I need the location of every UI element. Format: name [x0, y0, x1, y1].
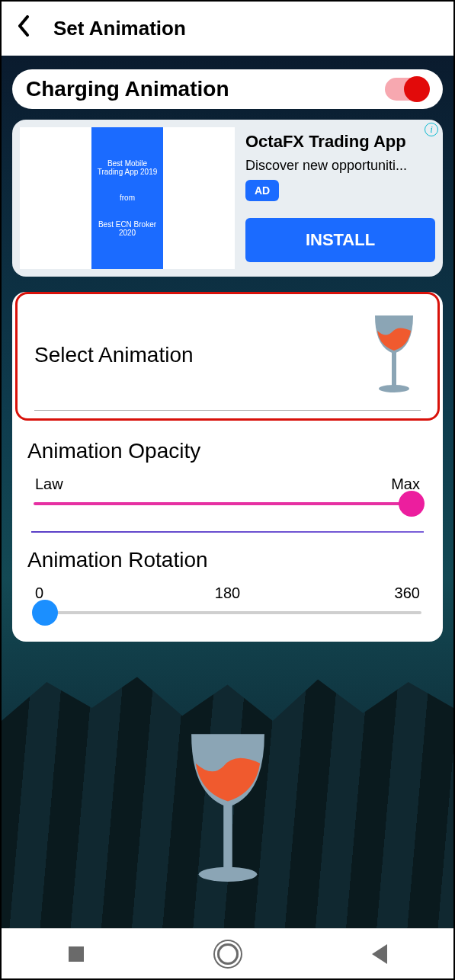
main-content: Charging Animation i Best Mobile Trading… [2, 56, 453, 928]
rotation-label-0: 0 [35, 584, 163, 602]
ad-image: Best Mobile Trading App 2019 from Best E… [20, 127, 235, 269]
svg-point-3 [198, 867, 257, 882]
app-header: Set Animation [2, 2, 453, 56]
opacity-labels: Law Max [27, 476, 428, 493]
rotation-title: Animation Rotation [27, 548, 428, 572]
back-nav-icon[interactable] [372, 944, 387, 964]
select-animation-highlight: Select Animation [15, 292, 440, 421]
opacity-high-label: Max [391, 476, 420, 493]
svg-rect-2 [223, 804, 232, 868]
ad-banner-text: from [96, 194, 159, 202]
wine-glass-preview-icon [171, 722, 285, 898]
divider [31, 531, 424, 533]
wine-glass-icon [367, 309, 421, 401]
opacity-low-label: Law [35, 476, 63, 493]
ad-info-icon[interactable]: i [425, 123, 438, 136]
opacity-title: Animation Opacity [27, 439, 428, 463]
ad-banner[interactable]: i Best Mobile Trading App 2019 from Best… [12, 120, 443, 277]
svg-rect-0 [392, 352, 396, 386]
select-animation-row[interactable]: Select Animation [34, 309, 421, 401]
ad-description: Discover new opportuniti... [245, 158, 435, 174]
home-icon[interactable] [217, 943, 239, 965]
install-button[interactable]: INSTALL [245, 218, 435, 262]
ad-banner-text: Best ECN Broker 2020 [96, 220, 159, 237]
charging-toggle-card: Charging Animation [12, 69, 443, 109]
opacity-slider[interactable] [34, 502, 421, 505]
opacity-thumb[interactable] [399, 491, 425, 517]
ad-banner-text: Best Mobile Trading App 2019 [96, 159, 159, 176]
rotation-label-180: 180 [163, 584, 291, 602]
select-animation-label: Select Animation [34, 343, 194, 367]
recent-apps-icon[interactable] [69, 946, 84, 962]
settings-card: Select Animation Animation Opacity Law M… [12, 292, 443, 642]
page-title: Set Animation [53, 17, 186, 40]
back-icon[interactable] [17, 15, 32, 42]
divider [34, 410, 421, 411]
charging-toggle-label: Charging Animation [26, 77, 229, 101]
svg-point-1 [379, 385, 409, 392]
charging-toggle[interactable] [385, 78, 429, 101]
system-navbar [2, 928, 453, 978]
rotation-labels: 0 180 360 [27, 584, 428, 602]
ad-badge: AD [245, 180, 279, 201]
rotation-thumb[interactable] [32, 600, 58, 626]
ad-title: OctaFX Trading App [245, 132, 435, 152]
rotation-label-360: 360 [292, 584, 420, 602]
rotation-slider[interactable] [34, 611, 421, 614]
